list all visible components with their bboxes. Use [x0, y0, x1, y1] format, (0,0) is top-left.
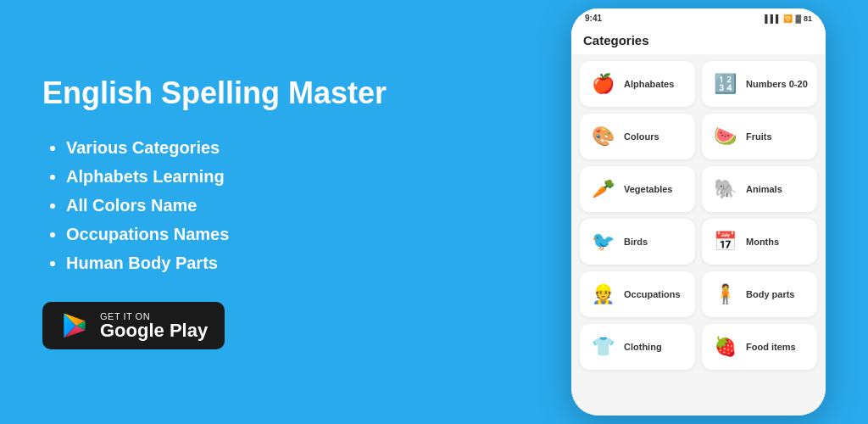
signal-icon: ▌▌▌ [765, 14, 781, 23]
store-name-label: Google Play [100, 321, 208, 340]
feature-item: Various Categories [66, 136, 512, 159]
category-card-alphabates[interactable]: 🍎Alphabates [580, 61, 695, 107]
status-icons: ▌▌▌ 🛜 ▓ 81 [765, 14, 812, 23]
numbers-label: Numbers 0-20 [746, 79, 808, 89]
fruits-label: Fruits [746, 131, 772, 142]
categories-header: Categories [571, 25, 826, 54]
status-time: 9:41 [585, 14, 602, 23]
play-store-text: GET IT ON Google Play [100, 311, 208, 340]
months-label: Months [746, 237, 779, 247]
food-label: Food items [746, 342, 796, 352]
vegetables-label: Vegetables [624, 184, 672, 194]
occupations-label: Occupations [624, 289, 681, 299]
category-card-fruits[interactable]: 🍉Fruits [702, 114, 817, 159]
months-icon: 📅 [710, 227, 739, 256]
feature-item: Occupations Names [66, 222, 512, 246]
occupations-icon: 👷 [588, 280, 617, 309]
phone-content: Categories 🍎Alphabates🔢Numbers 0-20🎨Colo… [571, 25, 826, 416]
categories-grid: 🍎Alphabates🔢Numbers 0-20🎨Colours🍉Fruits🥕… [571, 54, 826, 377]
category-card-numbers[interactable]: 🔢Numbers 0-20 [702, 61, 817, 107]
category-card-colours[interactable]: 🎨Colours [580, 114, 695, 159]
category-card-birds[interactable]: 🐦Birds [580, 219, 695, 265]
category-card-animals[interactable]: 🐘Animals [702, 166, 817, 212]
birds-label: Birds [624, 237, 648, 247]
category-card-bodyparts[interactable]: 🧍Body parts [702, 271, 817, 317]
category-card-food[interactable]: 🍓Food items [702, 324, 817, 370]
colours-label: Colours [624, 131, 659, 142]
app-title: English Spelling Master [42, 75, 512, 111]
birds-icon: 🐦 [588, 227, 617, 256]
category-card-months[interactable]: 📅Months [702, 219, 817, 265]
colours-icon: 🎨 [588, 122, 617, 151]
alphabates-icon: 🍎 [588, 70, 617, 98]
battery-level: 81 [804, 14, 812, 23]
category-card-clothing[interactable]: 👕Clothing [580, 324, 695, 370]
bodyparts-label: Body parts [746, 289, 794, 299]
vegetables-icon: 🥕 [588, 175, 617, 204]
phone-mockup: 9:41 ▌▌▌ 🛜 ▓ 81 Categories 🍎Alphabates🔢N… [571, 8, 826, 416]
numbers-icon: 🔢 [710, 70, 739, 98]
battery-icon: ▓ [795, 14, 801, 23]
category-card-occupations[interactable]: 👷Occupations [580, 271, 695, 317]
bodyparts-icon: 🧍 [710, 280, 739, 309]
feature-item: Alphabets Learning [66, 165, 512, 188]
feature-item: Human Body Parts [66, 251, 512, 275]
left-panel: English Spelling Master Various Categori… [0, 41, 554, 382]
alphabates-label: Alphabates [624, 79, 674, 89]
category-card-vegetables[interactable]: 🥕Vegetables [580, 166, 695, 212]
food-icon: 🍓 [710, 332, 739, 361]
feature-item: All Colors Name [66, 193, 512, 217]
clothing-icon: 👕 [588, 332, 617, 361]
clothing-label: Clothing [624, 342, 662, 352]
wifi-icon: 🛜 [783, 14, 793, 23]
animals-label: Animals [746, 184, 782, 194]
animals-icon: 🐘 [710, 175, 739, 204]
features-list: Various CategoriesAlphabets LearningAll … [42, 136, 512, 275]
phone-container: 9:41 ▌▌▌ 🛜 ▓ 81 Categories 🍎Alphabates🔢N… [554, 4, 843, 420]
google-play-button[interactable]: GET IT ON Google Play [42, 302, 225, 349]
fruits-icon: 🍉 [710, 122, 739, 151]
play-store-icon [59, 310, 90, 341]
status-bar: 9:41 ▌▌▌ 🛜 ▓ 81 [571, 8, 826, 25]
